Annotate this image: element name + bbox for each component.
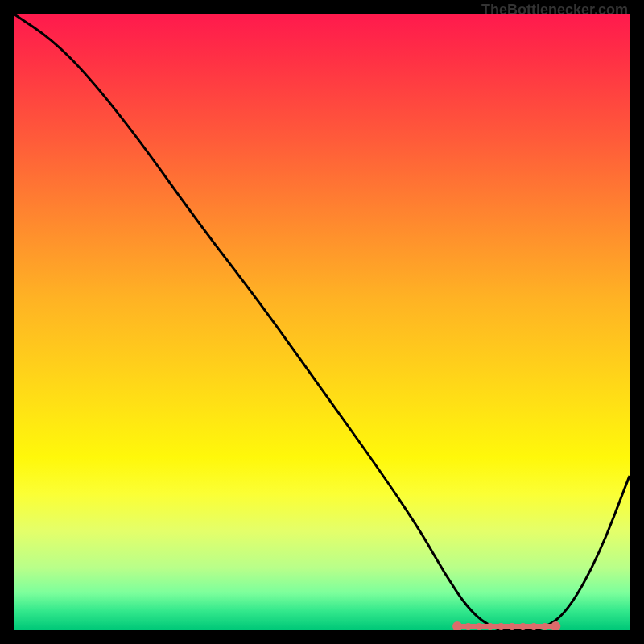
- bottleneck-curve: [14, 14, 630, 630]
- svg-point-8: [520, 623, 526, 630]
- svg-point-7: [509, 623, 515, 630]
- svg-point-6: [497, 623, 504, 630]
- svg-point-9: [530, 623, 537, 630]
- svg-point-10: [542, 623, 548, 630]
- optimal-range-marker: [452, 621, 560, 630]
- chart-plot: [14, 14, 630, 630]
- svg-point-3: [465, 623, 472, 630]
- chart-frame: [14, 14, 630, 630]
- attribution-text: TheBottlenecker.com: [481, 2, 628, 19]
- svg-point-1: [452, 621, 462, 630]
- svg-point-4: [476, 623, 482, 630]
- svg-point-5: [487, 623, 493, 630]
